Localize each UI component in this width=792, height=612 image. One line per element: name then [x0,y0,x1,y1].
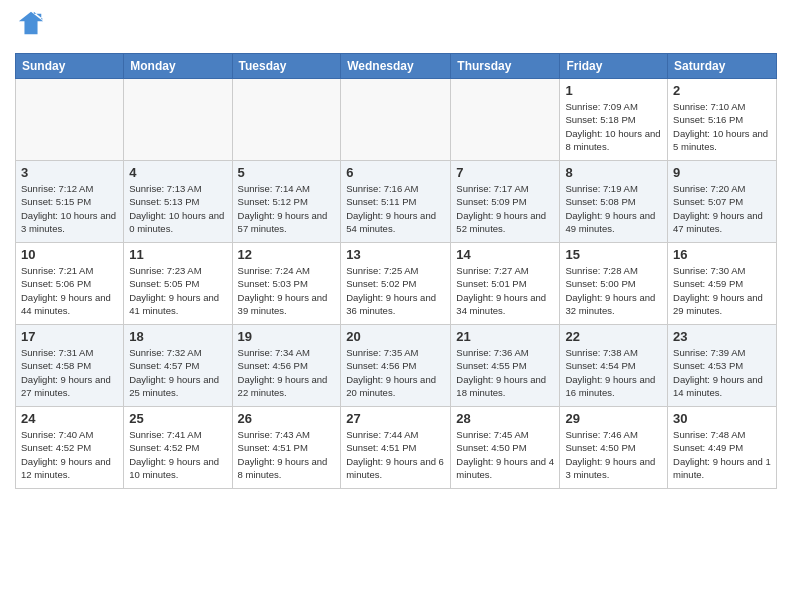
day-number: 13 [346,247,445,262]
calendar-cell: 24Sunrise: 7:40 AM Sunset: 4:52 PM Dayli… [16,407,124,489]
day-number: 30 [673,411,771,426]
calendar-cell [232,79,341,161]
day-number: 2 [673,83,771,98]
day-info: Sunrise: 7:36 AM Sunset: 4:55 PM Dayligh… [456,346,554,399]
day-number: 17 [21,329,118,344]
day-number: 24 [21,411,118,426]
calendar-cell: 3Sunrise: 7:12 AM Sunset: 5:15 PM Daylig… [16,161,124,243]
day-info: Sunrise: 7:46 AM Sunset: 4:50 PM Dayligh… [565,428,662,481]
day-info: Sunrise: 7:35 AM Sunset: 4:56 PM Dayligh… [346,346,445,399]
day-info: Sunrise: 7:31 AM Sunset: 4:58 PM Dayligh… [21,346,118,399]
day-info: Sunrise: 7:41 AM Sunset: 4:52 PM Dayligh… [129,428,226,481]
calendar-cell: 12Sunrise: 7:24 AM Sunset: 5:03 PM Dayli… [232,243,341,325]
day-info: Sunrise: 7:14 AM Sunset: 5:12 PM Dayligh… [238,182,336,235]
calendar-cell: 8Sunrise: 7:19 AM Sunset: 5:08 PM Daylig… [560,161,668,243]
day-info: Sunrise: 7:28 AM Sunset: 5:00 PM Dayligh… [565,264,662,317]
day-number: 26 [238,411,336,426]
calendar: SundayMondayTuesdayWednesdayThursdayFrid… [15,53,777,489]
day-info: Sunrise: 7:34 AM Sunset: 4:56 PM Dayligh… [238,346,336,399]
day-info: Sunrise: 7:45 AM Sunset: 4:50 PM Dayligh… [456,428,554,481]
calendar-week: 3Sunrise: 7:12 AM Sunset: 5:15 PM Daylig… [16,161,777,243]
day-number: 23 [673,329,771,344]
day-number: 16 [673,247,771,262]
day-info: Sunrise: 7:13 AM Sunset: 5:13 PM Dayligh… [129,182,226,235]
calendar-cell: 18Sunrise: 7:32 AM Sunset: 4:57 PM Dayli… [124,325,232,407]
calendar-cell: 2Sunrise: 7:10 AM Sunset: 5:16 PM Daylig… [668,79,777,161]
calendar-cell: 5Sunrise: 7:14 AM Sunset: 5:12 PM Daylig… [232,161,341,243]
calendar-cell: 10Sunrise: 7:21 AM Sunset: 5:06 PM Dayli… [16,243,124,325]
calendar-cell: 11Sunrise: 7:23 AM Sunset: 5:05 PM Dayli… [124,243,232,325]
calendar-cell: 27Sunrise: 7:44 AM Sunset: 4:51 PM Dayli… [341,407,451,489]
weekday-header: Wednesday [341,54,451,79]
day-info: Sunrise: 7:44 AM Sunset: 4:51 PM Dayligh… [346,428,445,481]
calendar-cell: 16Sunrise: 7:30 AM Sunset: 4:59 PM Dayli… [668,243,777,325]
calendar-cell: 13Sunrise: 7:25 AM Sunset: 5:02 PM Dayli… [341,243,451,325]
calendar-cell: 14Sunrise: 7:27 AM Sunset: 5:01 PM Dayli… [451,243,560,325]
day-number: 21 [456,329,554,344]
weekday-header: Thursday [451,54,560,79]
day-number: 9 [673,165,771,180]
calendar-cell: 28Sunrise: 7:45 AM Sunset: 4:50 PM Dayli… [451,407,560,489]
weekday-header: Sunday [16,54,124,79]
day-number: 1 [565,83,662,98]
calendar-cell: 6Sunrise: 7:16 AM Sunset: 5:11 PM Daylig… [341,161,451,243]
day-number: 29 [565,411,662,426]
day-number: 27 [346,411,445,426]
calendar-cell [451,79,560,161]
day-number: 18 [129,329,226,344]
calendar-cell: 30Sunrise: 7:48 AM Sunset: 4:49 PM Dayli… [668,407,777,489]
day-number: 7 [456,165,554,180]
day-info: Sunrise: 7:32 AM Sunset: 4:57 PM Dayligh… [129,346,226,399]
calendar-cell: 9Sunrise: 7:20 AM Sunset: 5:07 PM Daylig… [668,161,777,243]
day-info: Sunrise: 7:12 AM Sunset: 5:15 PM Dayligh… [21,182,118,235]
day-number: 4 [129,165,226,180]
day-number: 22 [565,329,662,344]
calendar-cell [124,79,232,161]
day-number: 15 [565,247,662,262]
calendar-cell: 1Sunrise: 7:09 AM Sunset: 5:18 PM Daylig… [560,79,668,161]
weekday-header: Saturday [668,54,777,79]
day-info: Sunrise: 7:43 AM Sunset: 4:51 PM Dayligh… [238,428,336,481]
logo-text [15,10,45,43]
day-info: Sunrise: 7:38 AM Sunset: 4:54 PM Dayligh… [565,346,662,399]
day-info: Sunrise: 7:25 AM Sunset: 5:02 PM Dayligh… [346,264,445,317]
logo-icon [17,10,45,38]
day-number: 14 [456,247,554,262]
calendar-cell: 25Sunrise: 7:41 AM Sunset: 4:52 PM Dayli… [124,407,232,489]
page: SundayMondayTuesdayWednesdayThursdayFrid… [0,0,792,612]
calendar-cell: 23Sunrise: 7:39 AM Sunset: 4:53 PM Dayli… [668,325,777,407]
day-info: Sunrise: 7:17 AM Sunset: 5:09 PM Dayligh… [456,182,554,235]
day-number: 5 [238,165,336,180]
day-number: 10 [21,247,118,262]
day-info: Sunrise: 7:27 AM Sunset: 5:01 PM Dayligh… [456,264,554,317]
weekday-header: Monday [124,54,232,79]
calendar-cell [16,79,124,161]
calendar-cell: 19Sunrise: 7:34 AM Sunset: 4:56 PM Dayli… [232,325,341,407]
day-info: Sunrise: 7:39 AM Sunset: 4:53 PM Dayligh… [673,346,771,399]
day-number: 6 [346,165,445,180]
calendar-cell: 4Sunrise: 7:13 AM Sunset: 5:13 PM Daylig… [124,161,232,243]
day-info: Sunrise: 7:16 AM Sunset: 5:11 PM Dayligh… [346,182,445,235]
weekday-header: Tuesday [232,54,341,79]
day-info: Sunrise: 7:48 AM Sunset: 4:49 PM Dayligh… [673,428,771,481]
day-info: Sunrise: 7:20 AM Sunset: 5:07 PM Dayligh… [673,182,771,235]
calendar-cell: 20Sunrise: 7:35 AM Sunset: 4:56 PM Dayli… [341,325,451,407]
logo [15,10,45,43]
day-number: 11 [129,247,226,262]
day-number: 25 [129,411,226,426]
calendar-cell: 17Sunrise: 7:31 AM Sunset: 4:58 PM Dayli… [16,325,124,407]
calendar-cell: 29Sunrise: 7:46 AM Sunset: 4:50 PM Dayli… [560,407,668,489]
calendar-cell: 21Sunrise: 7:36 AM Sunset: 4:55 PM Dayli… [451,325,560,407]
day-number: 28 [456,411,554,426]
day-number: 20 [346,329,445,344]
calendar-week: 1Sunrise: 7:09 AM Sunset: 5:18 PM Daylig… [16,79,777,161]
calendar-cell: 7Sunrise: 7:17 AM Sunset: 5:09 PM Daylig… [451,161,560,243]
header [15,10,777,43]
day-info: Sunrise: 7:24 AM Sunset: 5:03 PM Dayligh… [238,264,336,317]
header-row: SundayMondayTuesdayWednesdayThursdayFrid… [16,54,777,79]
day-info: Sunrise: 7:21 AM Sunset: 5:06 PM Dayligh… [21,264,118,317]
calendar-cell [341,79,451,161]
day-info: Sunrise: 7:23 AM Sunset: 5:05 PM Dayligh… [129,264,226,317]
day-info: Sunrise: 7:19 AM Sunset: 5:08 PM Dayligh… [565,182,662,235]
calendar-week: 10Sunrise: 7:21 AM Sunset: 5:06 PM Dayli… [16,243,777,325]
